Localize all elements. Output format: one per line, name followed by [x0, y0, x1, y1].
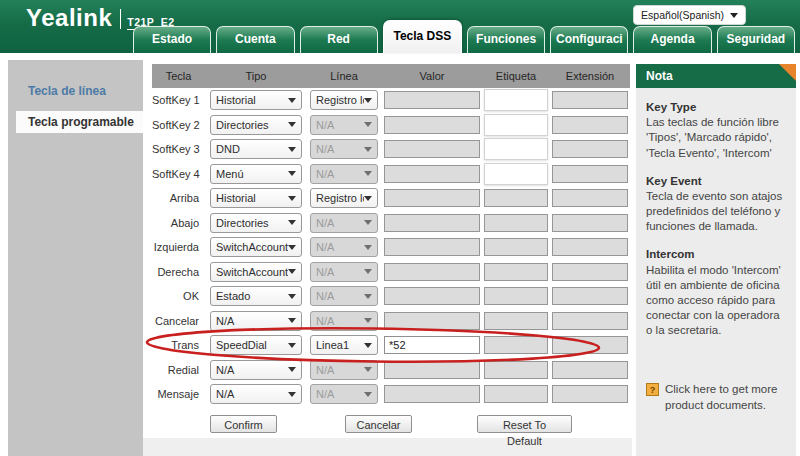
tab-cuenta[interactable]: Cuenta — [216, 26, 294, 53]
tipo-select-derecha[interactable]: SwitchAccountI — [210, 262, 302, 282]
note-panel-body: Key TypeLas teclas de función libre 'Tip… — [636, 88, 796, 413]
sidebar-item-tecla-de-l-nea[interactable]: Tecla de línea — [28, 84, 143, 98]
tipo-select-softkey-2[interactable]: Directories — [210, 115, 302, 135]
tab-estado[interactable]: Estado — [133, 26, 211, 53]
extension-input-ok — [552, 287, 628, 305]
chevron-down-icon — [288, 318, 296, 323]
chevron-down-icon — [364, 196, 372, 201]
chevron-down-icon — [364, 98, 372, 103]
tipo-select-trans[interactable]: SpeedDial — [210, 335, 302, 355]
key-label-derecha: Derecha — [152, 266, 205, 278]
sidebar-item-tecla-programable[interactable]: Tecla programable — [16, 111, 143, 133]
product-documents-link[interactable]: ?Click here to get more product document… — [646, 382, 786, 412]
dss-row-softkey-3: SoftKey 3DNDN/A — [152, 137, 630, 162]
linea-select-softkey-2[interactable]: N/A — [310, 115, 378, 135]
extension-input-derecha — [552, 263, 628, 281]
dss-key-table: SoftKey 1HistorialRegistro locSoftKey 2D… — [152, 88, 630, 407]
tab-funciones[interactable]: Funciones — [467, 26, 545, 53]
etiqueta-input-derecha — [484, 263, 548, 281]
extension-input-trans — [552, 336, 628, 354]
chevron-down-icon — [288, 294, 296, 299]
linea-select-mensaje[interactable]: N/A — [310, 384, 378, 404]
chevron-down-icon — [730, 13, 738, 18]
dss-row-cancelar: CancelarN/AN/A — [152, 309, 630, 334]
chevron-down-icon — [288, 171, 296, 176]
tipo-select-mensaje[interactable]: N/A — [210, 384, 302, 404]
linea-select-redial[interactable]: N/A — [310, 360, 378, 380]
tipo-select-softkey-3[interactable]: DND — [210, 139, 302, 159]
linea-select-ok[interactable]: N/A — [310, 286, 378, 306]
extension-input-izquierda — [552, 238, 628, 256]
tipo-select-softkey-1[interactable]: Historial — [210, 90, 302, 110]
key-label-ok: OK — [152, 290, 205, 302]
column-header-etiqueta: Etiqueta — [484, 70, 548, 82]
linea-select-derecha[interactable]: N/A — [310, 262, 378, 282]
etiqueta-input-izquierda — [484, 238, 548, 256]
etiqueta-input-redial — [484, 361, 548, 379]
tab-configuraci[interactable]: Configuraci — [550, 26, 628, 53]
chevron-down-icon — [364, 220, 372, 225]
key-label-cancelar: Cancelar — [152, 315, 205, 327]
chevron-down-icon — [288, 220, 296, 225]
dss-row-izquierda: IzquierdaSwitchAccountIN/A — [152, 235, 630, 260]
etiqueta-input-softkey-1[interactable] — [484, 89, 548, 111]
valor-input-softkey-2 — [384, 116, 480, 134]
key-label-softkey-2: SoftKey 2 — [152, 119, 205, 131]
etiqueta-input-ok — [484, 287, 548, 305]
column-header-valor: Valor — [384, 70, 480, 82]
extension-input-abajo — [552, 214, 628, 232]
tipo-select-arriba[interactable]: Historial — [210, 188, 302, 208]
table-header: TeclaTipoLíneaValorEtiquetaExtensión — [152, 64, 630, 88]
column-header-tipo: Tipo — [210, 70, 302, 82]
valor-input-arriba — [384, 189, 480, 207]
valor-input-derecha — [384, 263, 480, 281]
extension-input-softkey-4 — [552, 165, 628, 183]
etiqueta-input-cancelar — [484, 312, 548, 330]
etiqueta-input-softkey-4[interactable] — [484, 163, 548, 185]
tipo-select-izquierda[interactable]: SwitchAccountI — [210, 237, 302, 257]
extension-input-softkey-3 — [552, 140, 628, 158]
chevron-down-icon — [364, 147, 372, 152]
key-label-abajo: Abajo — [152, 217, 205, 229]
linea-select-trans[interactable]: Linea1 — [310, 335, 378, 355]
tipo-select-redial[interactable]: N/A — [210, 360, 302, 380]
key-label-softkey-3: SoftKey 3 — [152, 143, 205, 155]
linea-select-softkey-4[interactable]: N/A — [310, 164, 378, 184]
reset-to-default-button[interactable]: Reset To Default — [477, 415, 572, 433]
linea-select-softkey-1[interactable]: Registro loc — [310, 90, 378, 110]
linea-select-izquierda[interactable]: N/A — [310, 237, 378, 257]
top-header: Yealink T21P_E2 Español(Spanish) EstadoC… — [0, 0, 800, 53]
chevron-down-icon — [288, 343, 296, 348]
confirm-button[interactable]: Confirm — [210, 415, 277, 433]
key-label-redial: Redial — [152, 364, 205, 376]
tipo-select-softkey-4[interactable]: Menú — [210, 164, 302, 184]
sidebar: Tecla de líneaTecla programable — [8, 60, 143, 456]
extension-input-arriba — [552, 189, 628, 207]
etiqueta-input-softkey-3[interactable] — [484, 138, 548, 160]
valor-input-softkey-4 — [384, 165, 480, 183]
linea-select-cancelar[interactable]: N/A — [310, 311, 378, 331]
etiqueta-input-softkey-2[interactable] — [484, 114, 548, 136]
tab-seguridad[interactable]: Seguridad — [717, 26, 795, 53]
chevron-down-icon — [288, 196, 296, 201]
tab-tecla-dss[interactable]: Tecla DSS — [383, 20, 462, 53]
tipo-select-abajo[interactable]: Directories — [210, 213, 302, 233]
chevron-down-icon — [364, 294, 372, 299]
key-label-softkey-4: SoftKey 4 — [152, 168, 205, 180]
linea-select-softkey-3[interactable]: N/A — [310, 139, 378, 159]
chevron-down-icon — [288, 392, 296, 397]
tab-agenda[interactable]: Agenda — [633, 26, 711, 53]
note-section-key-event: Key EventTecla de evento son atajos pred… — [646, 174, 786, 235]
folded-corner-icon — [779, 64, 796, 81]
tipo-select-cancelar[interactable]: N/A — [210, 311, 302, 331]
linea-select-arriba[interactable]: Registro loc — [310, 188, 378, 208]
chevron-down-icon — [364, 318, 372, 323]
extension-input-cancelar — [552, 312, 628, 330]
linea-select-abajo[interactable]: N/A — [310, 213, 378, 233]
tipo-select-ok[interactable]: Estado — [210, 286, 302, 306]
chevron-down-icon — [288, 122, 296, 127]
cancel-button[interactable]: Cancelar — [345, 415, 412, 433]
extension-input-softkey-2 — [552, 116, 628, 134]
valor-input-trans[interactable] — [384, 336, 480, 354]
tab-red[interactable]: Red — [300, 26, 378, 53]
